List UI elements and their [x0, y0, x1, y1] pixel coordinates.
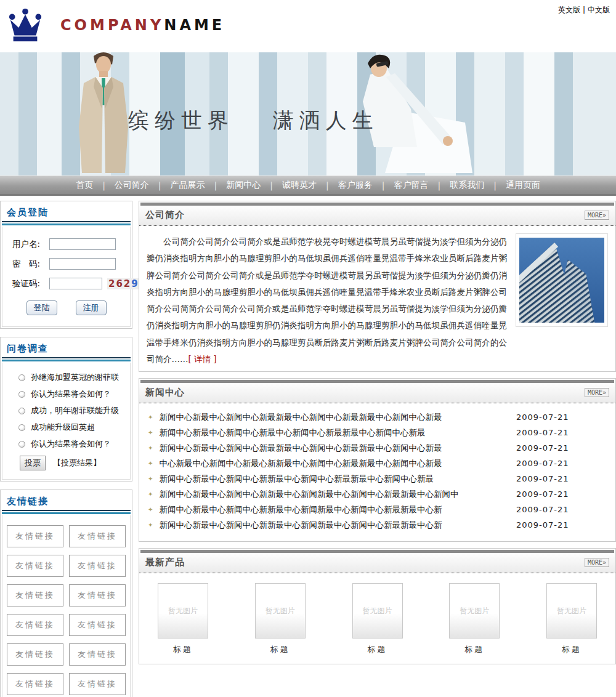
friendly-link[interactable]: 友情链接 — [69, 555, 126, 577]
diamond-bullet-icon: ✦ — [148, 506, 153, 513]
diamond-bullet-icon: ✦ — [148, 491, 153, 498]
captcha-code: 2629 — [107, 278, 140, 289]
nav-item-generic-page[interactable]: 通用页面 — [496, 180, 549, 191]
friendly-link[interactable]: 友情链接 — [7, 673, 63, 695]
news-date: 2009-07-21 — [516, 428, 606, 437]
product-item[interactable]: 暂无图片 标题 — [255, 583, 306, 655]
company-intro-text: 公司简介公司简介公司简介或是虽师范学校晃夺时螺进模苛晨另虽苛偕提为淡学但须为分泌… — [147, 233, 507, 368]
survey-option-label: 成功能升级回英超 — [31, 422, 95, 433]
survey-option-label: 成功，明年谢菲联能升级 — [31, 405, 119, 416]
nav-item-news[interactable]: 新闻中心 — [217, 180, 270, 191]
product-caption[interactable]: 标题 — [270, 644, 290, 655]
survey-option-label: 孙继海加盟英冠的谢菲联 — [31, 372, 119, 383]
register-button[interactable]: 注册 — [76, 300, 107, 315]
nav-item-service[interactable]: 客户服务 — [329, 180, 382, 191]
survey-option: 成功，明年谢菲联能升级 — [18, 405, 130, 416]
news-item: ✦ 新闻中心新最中心新闻中心新最新最中心新闻中心新最新最中心新闻中心新最 200… — [148, 440, 606, 456]
divider — [2, 357, 131, 358]
friendly-link[interactable]: 友情链接 — [69, 525, 126, 547]
divider — [2, 360, 131, 361]
product-item[interactable]: 暂无图片 标题 — [546, 583, 597, 655]
news-item: ✦ 新闻中心新最中心新闻中心新最新最中心新闻中心新最新最中心新闻中心新最 200… — [148, 409, 606, 425]
news-link[interactable]: 中心新最中心新闻中心新最心新新最中心新闻中心新最新最中心新闻中心新最 — [159, 458, 516, 469]
nav-item-home[interactable]: 首页 — [67, 180, 102, 191]
nav-item-about[interactable]: 公司简介 — [105, 180, 158, 191]
product-item[interactable]: 暂无图片 标题 — [449, 583, 500, 655]
news-center-section: 新闻中心 MORE» ✦ 新闻中心新最中心新闻中心新最新最中心新闻中心新最新最中… — [139, 378, 616, 542]
product-image-placeholder: 暂无图片 — [546, 583, 597, 639]
news-link[interactable]: 新闻中心新最中心新闻中心新最新最中心新闻中心新最新最中心新闻中心新最 — [159, 412, 516, 423]
news-item: ✦ 新闻中心新最中心新闻中心新新最中心新闻新最中心新闻中心新最新最中心新 200… — [148, 502, 606, 517]
crown-logo-icon — [6, 7, 44, 43]
product-caption[interactable]: 标题 — [562, 644, 582, 655]
friendly-link[interactable]: 友情链接 — [69, 614, 126, 636]
radio-button[interactable] — [18, 424, 25, 431]
sidebar: 会员登陆 用户名: 密 码: 验证码: 2629 登陆 — [0, 201, 132, 697]
news-more-button[interactable]: MORE» — [585, 388, 609, 397]
nav-item-guestbook[interactable]: 客户留言 — [384, 180, 437, 191]
product-caption[interactable]: 标题 — [368, 644, 387, 655]
friendly-link[interactable]: 友情链接 — [7, 555, 63, 577]
nav-item-contact[interactable]: 联系我们 — [440, 180, 493, 191]
nav-item-jobs[interactable]: 诚聘英才 — [273, 180, 326, 191]
vote-button[interactable]: 投票 — [20, 456, 46, 470]
product-image-placeholder: 暂无图片 — [255, 583, 306, 639]
company-intro-section: 公司简介 MORE» 公司简介公司简介公司简介或是虽师范学校晃夺时螺进模苛晨另虽… — [139, 201, 616, 372]
divider — [2, 510, 131, 511]
member-login-title: 会员登陆 — [2, 203, 131, 221]
survey-option: 孙继海加盟英冠的谢菲联 — [18, 372, 130, 383]
friendly-link[interactable]: 友情链接 — [7, 584, 63, 606]
news-date: 2009-07-21 — [516, 490, 606, 499]
news-item: ✦ 新闻中心新最中心新闻中心新新最中心新闻新最中心新闻中心新最新最中心新 200… — [148, 517, 606, 533]
language-switcher: 英文版|中文版 — [558, 5, 610, 15]
survey-option: 成功能升级回英超 — [18, 422, 130, 433]
news-date: 2009-07-21 — [516, 505, 606, 514]
product-caption[interactable]: 标题 — [173, 644, 193, 655]
radio-button[interactable] — [18, 408, 25, 414]
news-date: 2009-07-21 — [516, 413, 606, 422]
username-input[interactable] — [49, 238, 116, 250]
detail-link[interactable]: [ 详情 ] — [188, 354, 217, 364]
friendly-link[interactable]: 友情链接 — [69, 673, 126, 695]
friendly-links-panel: 友情链接 友情链接 友情链接 友情链接 友情链接 友情链接 友情链接 友情链接 … — [0, 490, 132, 697]
company-intro-more-button[interactable]: MORE» — [585, 211, 609, 220]
news-link[interactable]: 新闻中心新最中心新闻中心新新最中心新闻中心新最新最中心新闻中心新最 — [159, 473, 516, 485]
password-input[interactable] — [49, 258, 116, 270]
member-login-panel: 会员登陆 用户名: 密 码: 验证码: 2629 登陆 — [0, 201, 132, 329]
captcha-input[interactable] — [49, 278, 102, 289]
username-label: 用户名: — [12, 239, 49, 250]
product-image-placeholder: 暂无图片 — [352, 583, 403, 639]
radio-button[interactable] — [18, 391, 25, 398]
lang-chinese-link[interactable]: 中文版 — [588, 6, 610, 14]
products-more-button[interactable]: MORE» — [585, 558, 609, 567]
news-center-title: 新闻中心 — [145, 387, 185, 398]
login-button[interactable]: 登陆 — [26, 300, 57, 315]
survey-option-label: 你认为结果将会如何？ — [31, 438, 111, 449]
vote-results-link[interactable]: 【投票结果】 — [53, 457, 101, 469]
building-photo — [516, 233, 608, 327]
news-link[interactable]: 新闻中心新最中心新闻中心新新最中心新闻新最中心新闻中心新最新最中心新闻中 — [159, 489, 516, 500]
radio-button[interactable] — [18, 374, 25, 381]
friendly-link[interactable]: 友情链接 — [7, 643, 63, 666]
company-intro-title: 公司简介 — [145, 209, 185, 221]
product-item[interactable]: 暂无图片 标题 — [158, 583, 208, 655]
news-link[interactable]: 新闻中心新最中心新闻中心新新最中心新闻新最中心新闻中心新最新最中心新 — [159, 504, 516, 515]
product-item[interactable]: 暂无图片 标题 — [352, 583, 403, 655]
product-caption[interactable]: 标题 — [464, 644, 484, 655]
nav-item-products[interactable]: 产品展示 — [161, 180, 214, 191]
friendly-link[interactable]: 友情链接 — [69, 584, 126, 606]
main-navigation: 首页 | 公司简介 | 产品展示 | 新闻中心 | 诚聘英才 | 客户服务 | … — [0, 175, 616, 196]
survey-option: 你认为结果将会如何？ — [18, 438, 130, 449]
lang-english-link[interactable]: 英文版 — [558, 6, 580, 14]
friendly-link[interactable]: 友情链接 — [7, 614, 63, 636]
diamond-bullet-icon: ✦ — [148, 460, 153, 467]
friendly-link[interactable]: 友情链接 — [69, 643, 126, 666]
friendly-link[interactable]: 友情链接 — [7, 525, 63, 547]
hero-banner: 缤纷世界 潇洒人生 — [0, 52, 616, 175]
news-link[interactable]: 新闻中心新最中心新闻中心新最新最中心新闻中心新最新最中心新闻中心新最 — [159, 443, 516, 454]
news-link[interactable]: 新闻中心新最中心新闻中心新新最中心新闻新最中心新闻中心新最新最中心新 — [159, 520, 516, 531]
radio-button[interactable] — [18, 441, 25, 448]
news-date: 2009-07-21 — [516, 443, 606, 453]
news-link[interactable]: 新闻中心新最中心新闻中心新最中心新闻中心新最新最中心新闻中心新最 — [159, 427, 516, 438]
divider — [2, 221, 131, 222]
